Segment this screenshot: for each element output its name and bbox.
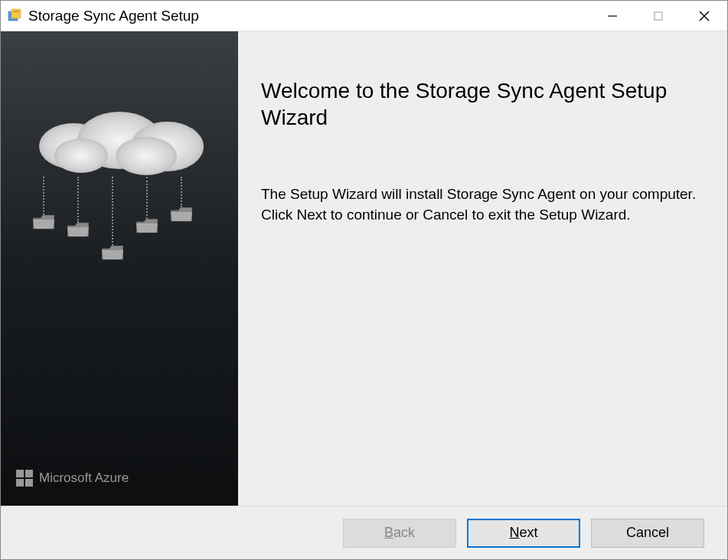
wizard-description: The Setup Wizard will install Storage Sy… xyxy=(261,184,697,225)
titlebar: Storage Sync Agent Setup xyxy=(1,1,727,31)
connector-line xyxy=(43,177,44,215)
connector-line xyxy=(77,177,79,223)
svg-rect-7 xyxy=(16,470,24,477)
folder-icon xyxy=(136,219,158,234)
maximize-button xyxy=(635,1,681,31)
svg-rect-10 xyxy=(25,479,33,487)
azure-brand: Microsoft Azure xyxy=(16,470,129,487)
svg-rect-8 xyxy=(25,470,33,477)
wizard-heading: Welcome to the Storage Sync Agent Setup … xyxy=(261,77,697,131)
svg-rect-2 xyxy=(13,11,19,12)
cancel-button[interactable]: Cancel xyxy=(591,519,704,548)
window-controls xyxy=(589,1,727,31)
main-panel: Welcome to the Storage Sync Agent Setup … xyxy=(238,31,727,506)
svg-rect-1 xyxy=(11,9,21,18)
svg-rect-4 xyxy=(655,12,662,20)
installer-icon xyxy=(7,8,22,24)
installer-window: Storage Sync Agent Setup xyxy=(0,0,728,560)
folder-icon xyxy=(171,207,192,223)
minimize-button[interactable] xyxy=(589,1,635,31)
connector-line xyxy=(112,177,113,246)
folder-icon xyxy=(67,223,89,238)
connector-line xyxy=(181,177,182,207)
button-bar: Back Next Cancel xyxy=(1,506,727,559)
next-button[interactable]: Next xyxy=(467,519,580,548)
wizard-sidebar-image: Microsoft Azure xyxy=(1,31,238,506)
close-button[interactable] xyxy=(681,1,727,31)
window-title: Storage Sync Agent Setup xyxy=(28,8,589,24)
cloud-graphic xyxy=(24,108,215,177)
windows-logo-icon xyxy=(16,470,33,487)
svg-rect-9 xyxy=(16,479,24,487)
connector-line xyxy=(146,177,148,219)
content-area: Microsoft Azure Welcome to the Storage S… xyxy=(1,31,727,506)
azure-brand-text: Microsoft Azure xyxy=(39,470,129,486)
folder-icon xyxy=(102,246,123,261)
back-button: Back xyxy=(343,519,456,548)
folder-icon xyxy=(33,215,54,230)
